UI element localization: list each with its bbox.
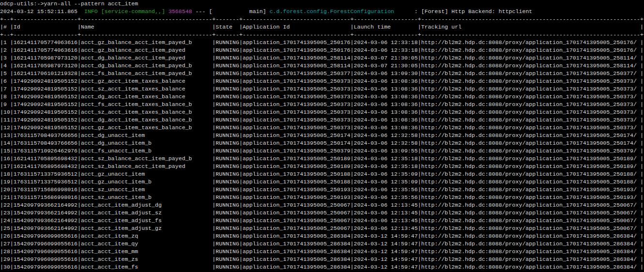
table-row: |13|1763115708493766656|acct_dg_unacct_i…: [0, 132, 644, 139]
table-row: |30|1542097996099055616|acct_acct_item_f…: [0, 263, 644, 271]
shell-prompt: odcp-utils:->: [0, 0, 44, 7]
table-header: |# |Id |Name |State |Application Id |Lau…: [0, 23, 644, 31]
table-row: |20|1763115715686998016|acct_sz_unacct_i…: [0, 186, 644, 194]
table-row: |19|1763115713375936512|acct_gz_unacct_i…: [0, 178, 644, 186]
table-row: |11|1749290924819505152|acct_dg_acct_ite…: [0, 116, 644, 124]
table-row: |27|1542097996099055616|acct_acct_item_q…: [0, 240, 644, 248]
table-row: |23|1542097993662164992|acct_acct_item_a…: [0, 209, 644, 217]
table-row: |14|1763115708493766656|acct_dg_unacct_i…: [0, 139, 644, 147]
table-border: +--+-------------------+----------------…: [0, 15, 644, 23]
log-thread: --- [ main]: [192, 8, 270, 15]
table-row: |10|1749290924819505152|acct_sz_acct_ite…: [0, 108, 644, 116]
table-row: |18|1763115713375936512|acct_gz_unacct_i…: [0, 170, 644, 178]
table-row: |5 |1621411706101219328|acct_fs_balance_…: [0, 70, 644, 77]
table-row: |29|1542097996099055616|acct_acct_item_z…: [0, 256, 644, 263]
table-row: |8 |1749290924819505152|acct_dg_acct_ite…: [0, 93, 644, 101]
table-row: |15|1763115710926462976|acct_fs_unacct_i…: [0, 147, 644, 155]
table-row: |28|1542097996099055616|acct_acct_item_m…: [0, 248, 644, 256]
table-row: |22|1542097993662164992|acct_acct_item_a…: [0, 201, 644, 209]
table-row: |6 |1749290924819505152|acct_gz_acct_ite…: [0, 77, 644, 85]
table-row: |12|1749290924819505152|acct_gz_acct_ite…: [0, 124, 644, 132]
log-pid: 3568548: [169, 8, 192, 15]
command-text: yarn-all --pattern acct_item: [44, 0, 138, 7]
table-row: |1 |1621411705774063616|acct_gz_balance_…: [0, 39, 644, 46]
table-row: |16|1621411705895698432|acct_sz_balance_…: [0, 155, 644, 163]
table-row: |7 |1749290924819505152|acct_sz_acct_ite…: [0, 85, 644, 93]
table-row: |21|1763115715686998016|acct_sz_unacct_i…: [0, 194, 644, 201]
yarn-table: +--+-------------------+----------------…: [0, 15, 644, 272]
log-level: INFO [service-command,,]: [84, 8, 165, 15]
table-row: |2 |1621411705774063616|acct_gz_balance_…: [0, 46, 644, 54]
table-row: |25|1542097993662164992|acct_acct_item_a…: [0, 225, 644, 232]
log-line: 2024-03-12 15:52:11.865 INFO [service-co…: [0, 8, 644, 15]
log-timestamp: 2024-03-12 15:52:11.865: [0, 8, 84, 15]
table-row: |9 |1749290924819505152|acct_fs_acct_ite…: [0, 101, 644, 108]
table-row: |17|1621411705895698432|acct_sz_balance_…: [0, 163, 644, 170]
log-logger: c.d.forest.config.ForestConfiguration: [270, 8, 394, 15]
table-border: +--+-------------------+----------------…: [0, 31, 644, 39]
table-row: |4 |1621411705987973120|acct_dg_balance_…: [0, 62, 644, 70]
table-row: |26|1542097996099055616|acct_acct_item_z…: [0, 232, 644, 240]
command-line: odcp-utils:->yarn-all --pattern acct_ite…: [0, 0, 644, 8]
terminal-screen[interactable]: odcp-utils:->yarn-all --pattern acct_ite…: [0, 0, 644, 272]
log-message: : [Forest] Http Backend: httpclient: [394, 8, 532, 15]
table-row: |3 |1621411705987973120|acct_dg_balance_…: [0, 54, 644, 62]
table-row: |24|1542097993662164992|acct_acct_item_a…: [0, 217, 644, 225]
